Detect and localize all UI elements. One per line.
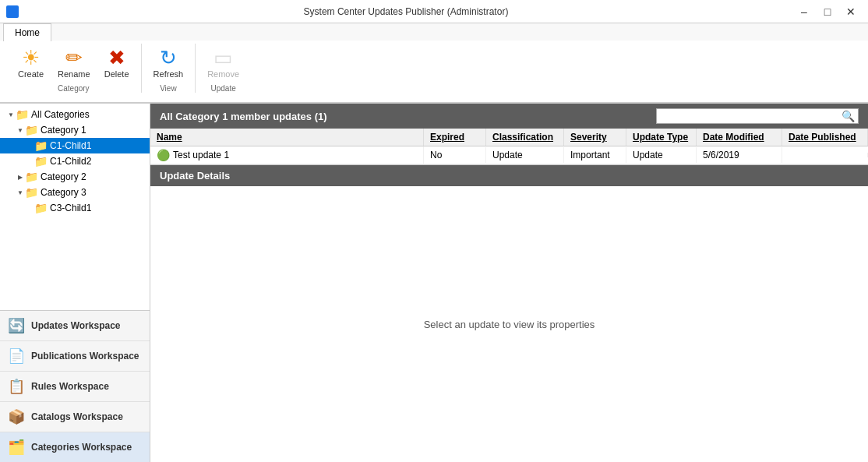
search-icon[interactable]: 🔍 [842, 110, 855, 122]
cat3-arrow: ▼ [16, 188, 25, 197]
grid-columns: Name Expired Classification Severity Upd… [150, 129, 868, 146]
workspace-nav: 🔄 Updates Workspace 📄 Publications Works… [0, 310, 150, 462]
col-expired[interactable]: Expired [424, 129, 486, 146]
delete-label: Delete [104, 69, 129, 79]
update-group-label: Update [211, 84, 236, 93]
create-label: Create [18, 69, 44, 79]
cat3-folder-icon: 📁 [25, 186, 38, 199]
cell-classification: Update [486, 147, 564, 163]
create-button[interactable]: ☀ Create [12, 44, 49, 83]
ribbon-group-view: ↻ Refresh View [142, 44, 196, 93]
tree-item-cat3[interactable]: ▼ 📁 Category 3 [0, 185, 150, 200]
ribbon-group-category: ☀ Create ✏ Rename ✖ Delete Category [6, 44, 142, 93]
cell-name: 🟢 Test update 1 [150, 146, 424, 164]
tree-c1child2-label: C1-Child2 [50, 156, 91, 167]
tree-root-label: All Categories [31, 109, 90, 120]
workspace-rules[interactable]: 📋 Rules Workspace [0, 372, 150, 402]
tree-area: ▼ 📁 All Categories ▼ 📁 Category 1 📁 C1-C… [0, 104, 150, 310]
tree-cat1-label: Category 1 [41, 125, 86, 136]
refresh-icon: ↻ [160, 48, 177, 68]
maximize-button[interactable]: □ [817, 3, 838, 20]
ribbon-group-update: ▭ Remove Update [196, 44, 251, 93]
ribbon-content: ☀ Create ✏ Rename ✖ Delete Category ↻ Re… [0, 41, 868, 103]
remove-button[interactable]: ▭ Remove [202, 44, 245, 83]
tree-item-cat2[interactable]: ▶ 📁 Category 2 [0, 169, 150, 185]
col-date-published[interactable]: Date Published [782, 129, 868, 146]
remove-icon: ▭ [213, 48, 233, 68]
updates-label: Updates Workspace [31, 320, 121, 331]
minimize-button[interactable]: – [793, 3, 815, 20]
rename-button[interactable]: ✏ Rename [52, 44, 96, 83]
root-arrow: ▼ [6, 110, 16, 119]
tree-cat3-label: Category 3 [41, 187, 86, 198]
c1child1-folder-icon: 📁 [34, 139, 48, 152]
ribbon-tabs: Home [0, 23, 868, 41]
workspace-categories[interactable]: 🗂️ Categories Workspace [0, 432, 150, 462]
create-icon: ☀ [22, 48, 40, 68]
publications-label: Publications Workspace [31, 351, 139, 361]
col-classification[interactable]: Classification [486, 129, 564, 146]
col-name[interactable]: Name [150, 129, 424, 146]
data-grid: Name Expired Classification Severity Upd… [150, 129, 868, 165]
title-bar: System Center Updates Publisher (Adminis… [0, 0, 868, 23]
tree-item-c1child1[interactable]: 📁 C1-Child1 [0, 138, 150, 153]
delete-icon: ✖ [108, 48, 125, 68]
content-area: All Category 1 member updates (1) 🔍 Name… [150, 104, 868, 462]
workspace-catalogs[interactable]: 📦 Catalogs Workspace [0, 402, 150, 432]
rename-icon: ✏ [65, 48, 83, 68]
search-input[interactable] [660, 111, 842, 122]
cat1-folder-icon: 📁 [25, 124, 38, 136]
title-bar-title: System Center Updates Publisher (Adminis… [19, 6, 793, 17]
root-folder-icon: 📁 [16, 108, 29, 121]
remove-label: Remove [207, 69, 239, 79]
categories-label: Categories Workspace [31, 442, 132, 453]
cell-update-type: Update [626, 147, 697, 163]
close-button[interactable]: ✕ [840, 3, 862, 20]
categories-icon: 🗂️ [8, 439, 25, 456]
table-header-bar: All Category 1 member updates (1) 🔍 [150, 104, 868, 129]
cell-severity: Important [564, 147, 626, 163]
c3child1-arrow [25, 203, 34, 213]
workspace-publications[interactable]: 📄 Publications Workspace [0, 341, 150, 372]
publications-icon: 📄 [8, 347, 25, 365]
table-row[interactable]: 🟢 Test update 1 No Update Important Upda… [150, 146, 868, 164]
catalogs-label: Catalogs Workspace [31, 411, 123, 422]
workspace-updates[interactable]: 🔄 Updates Workspace [0, 311, 150, 341]
cat2-arrow: ▶ [16, 172, 25, 182]
tree-item-c1child2[interactable]: 📁 C1-Child2 [0, 153, 150, 169]
rules-icon: 📋 [8, 378, 25, 395]
app-icon [6, 5, 19, 18]
refresh-button[interactable]: ↻ Refresh [148, 44, 189, 83]
sidebar: ▼ 📁 All Categories ▼ 📁 Category 1 📁 C1-C… [0, 104, 150, 462]
window-controls: – □ ✕ [793, 3, 862, 20]
tree-item-c3child1[interactable]: 📁 C3-Child1 [0, 200, 150, 216]
tree-c1child1-label: C1-Child1 [50, 140, 91, 151]
rules-label: Rules Workspace [31, 381, 109, 392]
tab-home[interactable]: Home [3, 23, 51, 41]
refresh-label: Refresh [153, 69, 184, 79]
details-header: Update Details [150, 165, 868, 186]
table-title: All Category 1 member updates (1) [160, 111, 327, 122]
updates-icon: 🔄 [8, 317, 25, 334]
col-severity[interactable]: Severity [564, 129, 626, 146]
c1child1-arrow [25, 141, 34, 150]
catalogs-icon: 📦 [8, 408, 25, 425]
ribbon: Home ☀ Create ✏ Rename ✖ Delete Category [0, 23, 868, 104]
rename-label: Rename [58, 69, 90, 79]
tree-c3child1-label: C3-Child1 [50, 203, 91, 213]
tree-item-cat1[interactable]: ▼ 📁 Category 1 [0, 122, 150, 138]
c3child1-folder-icon: 📁 [34, 202, 48, 214]
tree-root[interactable]: ▼ 📁 All Categories [0, 107, 150, 122]
col-date-modified[interactable]: Date Modified [697, 129, 782, 146]
col-update-type[interactable]: Update Type [626, 129, 697, 146]
delete-button[interactable]: ✖ Delete [99, 44, 135, 83]
cell-date-published [782, 153, 868, 157]
details-pane: Update Details Select an update to view … [150, 165, 868, 462]
c1child2-arrow [25, 157, 34, 166]
category-group-label: Category [58, 84, 90, 93]
search-box: 🔍 [656, 108, 859, 124]
details-empty-message: Select an update to view its properties [424, 319, 595, 330]
details-title: Update Details [160, 170, 230, 182]
cat2-folder-icon: 📁 [25, 171, 38, 183]
cat1-arrow: ▼ [16, 125, 25, 135]
